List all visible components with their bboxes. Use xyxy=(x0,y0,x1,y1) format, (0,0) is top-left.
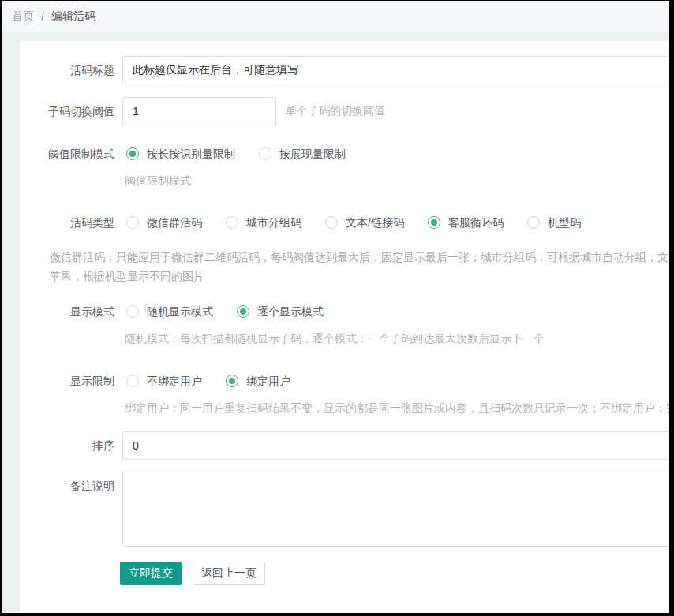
code-type-long-hint: 微信群活码：只能应用于微信群二维码活码，每码阀值达到最大后，固定显示最后一张；城… xyxy=(50,248,669,286)
radio-circle-icon xyxy=(126,305,139,318)
threshold-mode-hint: 阀值限制模式 xyxy=(125,174,369,189)
radio-label: 随机显示模式 xyxy=(147,304,213,319)
radio-option-text-link-code[interactable]: 文本/链接码 xyxy=(325,215,404,230)
radio-label: 按长按识别量限制 xyxy=(147,146,235,162)
radio-circle-icon xyxy=(237,305,249,318)
threshold-input[interactable] xyxy=(122,97,276,125)
code-type-hint-line2: 苹果，根据机型显示不同的图片 xyxy=(50,267,669,286)
display-limit-row: 显示限制 不绑定用户 绑定用户 绑定用户：同一用户重复扫码结果不变，显示的都是同… xyxy=(20,373,669,416)
threshold-label: 子码切换阈值 xyxy=(20,97,114,125)
radio-circle-icon xyxy=(126,216,139,229)
threshold-mode-label: 阈值限制模式 xyxy=(20,146,114,162)
sort-label: 排序 xyxy=(20,431,114,460)
radio-option-impression-limit[interactable]: 按展现量限制 xyxy=(259,146,346,162)
threshold-mode-row: 阈值限制模式 按长按识别量限制 按展现量限制 阀值限制模式 xyxy=(20,146,669,189)
radio-option-wechat-group-code[interactable]: 微信群活码 xyxy=(126,215,202,230)
threshold-row: 子码切换阈值 单个子码的切换阈值 xyxy=(20,97,669,125)
radio-circle-icon xyxy=(325,216,338,229)
title-input[interactable] xyxy=(122,56,669,84)
radio-label: 按展现量限制 xyxy=(279,146,346,162)
display-mode-radio-group: 随机显示模式 逐个显示模式 随机模式：每次扫描都随机显示子码，逐个模式：一个子码… xyxy=(122,304,545,346)
radio-option-long-press-limit[interactable]: 按长按识别量限制 xyxy=(126,146,235,162)
radio-label: 逐个显示模式 xyxy=(257,304,324,319)
radio-label: 绑定用户 xyxy=(246,373,290,389)
remark-label: 备注说明 xyxy=(20,478,114,494)
code-type-row: 活码类型 微信群活码 城市分组码 文本/链接码 xyxy=(20,215,669,230)
radio-option-device-model-code[interactable]: 机型码 xyxy=(527,215,581,230)
radio-circle-icon xyxy=(126,147,139,160)
breadcrumb-separator: / xyxy=(41,10,44,23)
code-type-hint-line1: 微信群活码：只能应用于微信群二维码活码，每码阀值达到最大后，固定显示最后一张；城… xyxy=(50,248,669,267)
radio-circle-icon xyxy=(126,375,139,387)
title-label: 活码标题 xyxy=(20,56,114,84)
remark-row: 备注说明 xyxy=(20,472,669,547)
radio-label: 客服循环码 xyxy=(448,215,504,230)
sort-input[interactable] xyxy=(122,431,669,460)
radio-option-bind-user[interactable]: 绑定用户 xyxy=(226,373,290,389)
display-limit-label: 显示限制 xyxy=(20,373,114,389)
display-mode-hint: 随机模式：每次扫描都随机显示子码，逐个模式：一个子码到达最大次数后显示下一个 xyxy=(125,331,545,346)
sort-row: 排序 xyxy=(20,431,669,460)
radio-option-city-group-code[interactable]: 城市分组码 xyxy=(226,215,301,230)
radio-option-random-display[interactable]: 随机显示模式 xyxy=(126,304,213,319)
code-type-label: 活码类型 xyxy=(20,215,114,230)
radio-label: 微信群活码 xyxy=(147,215,202,230)
title-row: 活码标题 xyxy=(20,56,669,84)
radio-circle-icon xyxy=(226,216,238,229)
breadcrumb-home-link[interactable]: 首页 xyxy=(12,9,34,24)
display-mode-label: 显示模式 xyxy=(20,304,114,319)
radio-option-no-bind-user[interactable]: 不绑定用户 xyxy=(126,373,202,389)
app-window: 首页 / 编辑活码 活码标题 子码切换阈值 单个子码的切换阈值 阈值限制模式 xyxy=(2,1,669,613)
radio-label: 不绑定用户 xyxy=(147,373,202,389)
submit-button[interactable]: 立即提交 xyxy=(120,562,182,585)
back-button[interactable]: 返回上一页 xyxy=(193,562,265,585)
radio-option-sequential-display[interactable]: 逐个显示模式 xyxy=(237,304,324,319)
radio-option-service-loop-code[interactable]: 客服循环码 xyxy=(428,215,504,230)
radio-label: 文本/链接码 xyxy=(346,215,404,230)
radio-label: 城市分组码 xyxy=(246,215,301,230)
code-type-radio-group: 微信群活码 城市分组码 文本/链接码 客服循环码 xyxy=(122,215,605,230)
radio-circle-icon xyxy=(527,216,540,229)
breadcrumb: 首页 / 编辑活码 xyxy=(2,1,669,32)
form-panel: 活码标题 子码切换阈值 单个子码的切换阈值 阈值限制模式 按长按识别量限制 xyxy=(20,41,669,613)
radio-circle-icon xyxy=(259,147,271,160)
threshold-mode-radio-group: 按长按识别量限制 按展现量限制 阀值限制模式 xyxy=(122,146,369,189)
radio-circle-icon xyxy=(226,375,238,387)
threshold-hint: 单个子码的切换阈值 xyxy=(286,104,385,118)
display-limit-hint: 绑定用户：同一用户重复扫码结果不变，显示的都是同一张图片或内容，且扫码次数只记录… xyxy=(125,401,669,416)
display-limit-radio-group: 不绑定用户 绑定用户 绑定用户：同一用户重复扫码结果不变，显示的都是同一张图片或… xyxy=(122,373,669,416)
radio-label: 机型码 xyxy=(548,215,581,230)
breadcrumb-current: 编辑活码 xyxy=(51,9,95,24)
radio-circle-icon xyxy=(428,216,440,229)
remark-textarea[interactable] xyxy=(122,472,669,547)
display-mode-row: 显示模式 随机显示模式 逐个显示模式 随机模式：每次扫描都随机显示子码，逐个模式… xyxy=(20,304,669,346)
form-actions: 立即提交 返回上一页 xyxy=(120,562,669,585)
